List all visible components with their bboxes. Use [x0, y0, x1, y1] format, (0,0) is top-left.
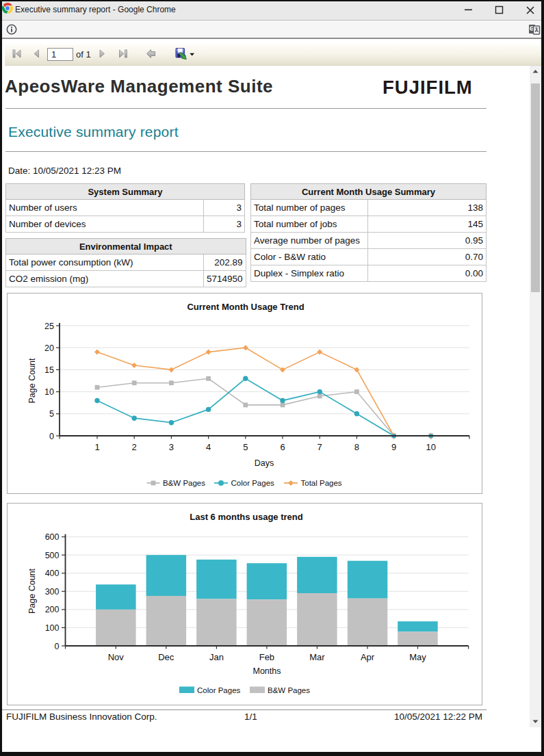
svg-text:Dec: Dec — [158, 652, 174, 662]
svg-text:10: 10 — [426, 442, 436, 452]
svg-text:5: 5 — [243, 442, 248, 452]
svg-text:20: 20 — [44, 343, 54, 353]
svg-text:100: 100 — [45, 623, 60, 633]
svg-text:Mar: Mar — [309, 652, 325, 662]
svg-text:Total Pages: Total Pages — [301, 479, 342, 487]
svg-text:Last 6 months usage trend: Last 6 months usage trend — [190, 512, 302, 522]
svg-text:Page Count: Page Count — [27, 358, 37, 404]
svg-text:15: 15 — [44, 365, 54, 375]
svg-text:6: 6 — [280, 442, 285, 452]
svg-text:Color Pages: Color Pages — [197, 686, 241, 694]
svg-text:May: May — [409, 652, 426, 662]
svg-text:B&W Pages: B&W Pages — [268, 686, 310, 694]
svg-text:0: 0 — [49, 432, 54, 441]
svg-text:Days: Days — [255, 458, 274, 468]
svg-text:7: 7 — [318, 442, 322, 452]
svg-text:Nov: Nov — [108, 652, 125, 662]
svg-text:FUJIFILM: FUJIFILM — [383, 77, 473, 95]
svg-text:25: 25 — [44, 322, 54, 331]
svg-text:0: 0 — [55, 642, 60, 651]
svg-text:4: 4 — [206, 442, 211, 452]
svg-text:1: 1 — [94, 442, 99, 452]
svg-text:Page Count: Page Count — [27, 568, 37, 614]
svg-text:5: 5 — [49, 409, 54, 419]
svg-text:Feb: Feb — [259, 652, 274, 662]
svg-text:Jan: Jan — [209, 652, 224, 662]
svg-text:Current Month Usage Trend: Current Month Usage Trend — [187, 302, 304, 312]
svg-text:Apr: Apr — [361, 652, 375, 662]
svg-text:9: 9 — [391, 442, 396, 452]
svg-text:200: 200 — [45, 605, 60, 614]
svg-text:10: 10 — [44, 387, 54, 397]
svg-text:8: 8 — [354, 442, 359, 452]
svg-text:Color Pages: Color Pages — [231, 479, 275, 487]
svg-text:300: 300 — [45, 587, 60, 597]
svg-text:600: 600 — [45, 532, 60, 542]
svg-text:500: 500 — [45, 551, 60, 560]
svg-text:400: 400 — [45, 569, 60, 578]
svg-text:Months: Months — [253, 666, 281, 676]
svg-text:2: 2 — [132, 442, 137, 452]
svg-text:B&W Pages: B&W Pages — [163, 479, 205, 487]
svg-text:3: 3 — [169, 442, 174, 452]
